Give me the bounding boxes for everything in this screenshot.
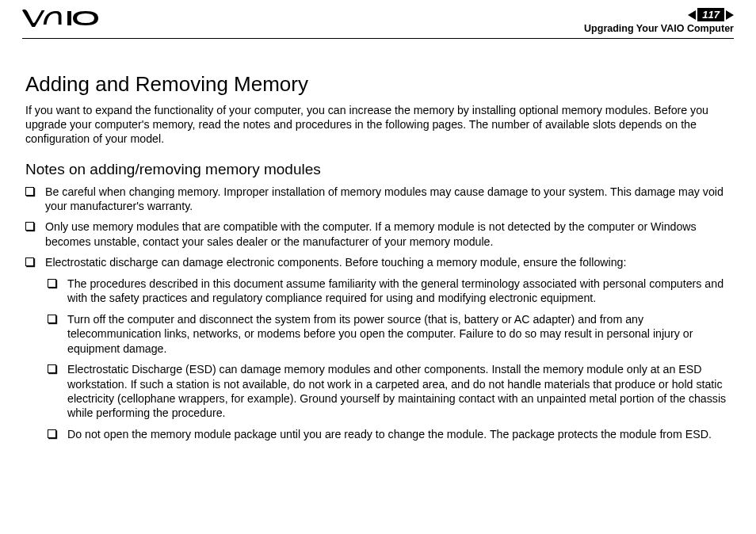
list-item: Electrostatic discharge can damage elect…	[25, 255, 731, 269]
list-item: The procedures described in this documen…	[48, 277, 731, 306]
section-name: Upgrading Your VAIO Computer	[584, 23, 734, 34]
square-bullet-icon	[25, 257, 34, 266]
page-header: 117 Upgrading Your VAIO Computer	[22, 8, 734, 36]
list-item: Electrostatic Discharge (ESD) can damage…	[48, 362, 731, 421]
list-item-text: Electrostatic Discharge (ESD) can damage…	[67, 362, 731, 421]
svg-rect-0	[67, 11, 71, 25]
square-bullet-icon	[25, 187, 34, 196]
page: 117 Upgrading Your VAIO Computer Adding …	[0, 0, 756, 534]
notes-list: Be careful when changing memory. Imprope…	[25, 185, 731, 270]
content: Adding and Removing Memory If you want t…	[22, 72, 734, 441]
subheading: Notes on adding/removing memory modules	[25, 161, 731, 178]
next-page-arrow-icon[interactable]	[726, 10, 734, 20]
list-item-text: Only use memory modules that are compati…	[45, 219, 731, 249]
square-bullet-icon	[25, 222, 34, 231]
list-item: Only use memory modules that are compati…	[25, 219, 731, 249]
list-item: Turn off the computer and disconnect the…	[48, 312, 731, 356]
list-item-text: The procedures described in this documen…	[67, 277, 731, 306]
list-item: Be careful when changing memory. Imprope…	[25, 185, 731, 214]
square-bullet-icon	[48, 315, 56, 323]
square-bullet-icon	[48, 429, 56, 438]
list-item: Do not open the memory module package un…	[48, 427, 731, 441]
list-item-text: Do not open the memory module package un…	[67, 427, 731, 441]
list-item-text: Be careful when changing memory. Imprope…	[45, 185, 731, 214]
square-bullet-icon	[48, 279, 56, 288]
page-nav-row: 117	[688, 8, 734, 21]
intro-paragraph: If you want to expand the functionality …	[25, 103, 731, 147]
square-bullet-icon	[48, 364, 56, 373]
list-item-text: Electrostatic discharge can damage elect…	[45, 255, 731, 269]
list-item-text: Turn off the computer and disconnect the…	[67, 312, 731, 356]
header-rule	[22, 38, 734, 39]
page-nav: 117 Upgrading Your VAIO Computer	[584, 8, 734, 34]
notes-sublist: The procedures described in this documen…	[48, 277, 731, 442]
page-number: 117	[697, 8, 724, 21]
page-title: Adding and Removing Memory	[25, 72, 731, 97]
vaio-logo-icon	[22, 8, 101, 27]
prev-page-arrow-icon[interactable]	[688, 10, 696, 20]
